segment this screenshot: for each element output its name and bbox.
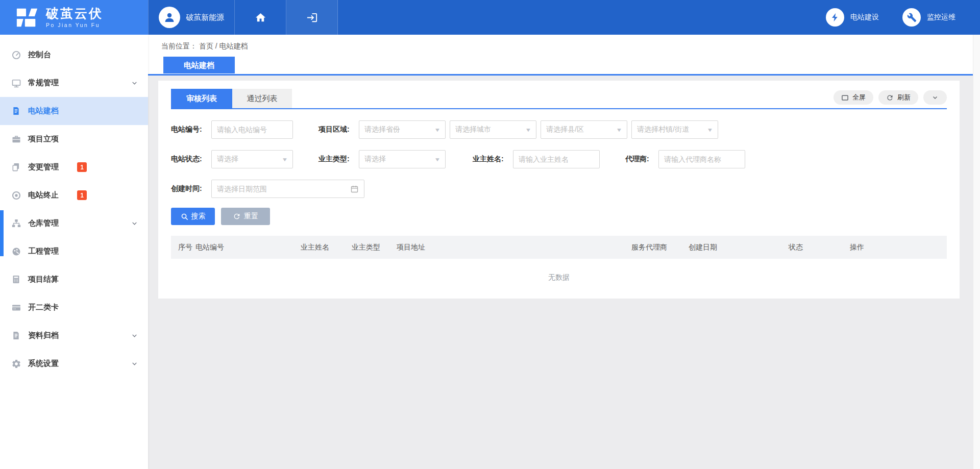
breadcrumb-path: 首页 / 电站建档 (199, 42, 248, 50)
sidebar-item-label: 开二类卡 (28, 303, 59, 312)
search-icon (181, 213, 188, 220)
search-button[interactable]: 搜索 (171, 208, 215, 225)
sidebar-item-station-termination[interactable]: 电站终止 1 (0, 181, 148, 209)
nav-station-build[interactable]: 电站建设 (826, 8, 879, 27)
create-time-label: 创建时间: (171, 184, 205, 193)
company-name: 破茧新能源 (186, 13, 225, 22)
caret-down-icon: ▼ (434, 157, 441, 162)
chevron-down-icon (131, 220, 138, 227)
chevron-down-icon (131, 80, 138, 86)
logout-button[interactable] (286, 0, 338, 35)
sidebar-item-label: 项目立项 (28, 134, 59, 144)
date-range-picker[interactable] (211, 180, 364, 198)
sidebar-item-label: 系统设置 (28, 359, 59, 368)
fullscreen-icon (841, 94, 849, 102)
tab-passed-list[interactable]: 通过列表 (232, 89, 292, 108)
column-header: 业主姓名 (301, 243, 352, 252)
sidebar-item-open-card[interactable]: 开二类卡 (0, 293, 148, 322)
monitor-icon (11, 78, 21, 88)
caret-down-icon: ▼ (616, 127, 623, 133)
sidebar-item-label: 变更管理 (28, 162, 59, 172)
sidebar: 控制台 常规管理 电站建档 项目立项 (0, 35, 148, 469)
date-range-input[interactable] (217, 185, 350, 193)
nav-station-build-label: 电站建设 (850, 13, 879, 22)
page-tab-station-archive[interactable]: 电站建档 (163, 57, 235, 73)
column-header: 序号 (171, 243, 195, 252)
town-select[interactable]: 请选择村镇/街道 ▼ (631, 120, 718, 139)
agent-input[interactable] (658, 150, 745, 168)
column-header: 电站编号 (195, 243, 301, 252)
sidebar-item-project-initiation[interactable]: 项目立项 (0, 125, 148, 153)
sidebar-item-engineering-mgmt[interactable]: 工程管理 (0, 237, 148, 265)
copy-icon (11, 162, 21, 172)
nav-monitor-ops-label: 监控运维 (927, 13, 955, 22)
sidebar-scrollbar-thumb[interactable] (0, 210, 4, 256)
sidebar-item-data-archive[interactable]: 资料归档 (0, 322, 148, 350)
sidebar-item-general-mgmt[interactable]: 常规管理 (0, 69, 148, 97)
sidebar-item-warehouse-mgmt[interactable]: 仓库管理 (0, 209, 148, 237)
status-badge: 1 (77, 162, 87, 172)
reset-icon (233, 212, 241, 220)
logo: 破茧云伏 Po Jian Yun Fu (0, 0, 148, 35)
station-code-label: 电站编号: (171, 125, 205, 134)
status-badge: 1 (77, 190, 87, 200)
home-button[interactable] (235, 0, 286, 35)
caret-down-icon: ▼ (434, 127, 441, 133)
table-header: 序号 电站编号 业主姓名 业主类型 项目地址 服务代理商 创建日期 状态 操作 (171, 236, 947, 259)
sidebar-item-project-settlement[interactable]: 项目结算 (0, 265, 148, 293)
wrench-icon (907, 13, 917, 22)
calculator-icon (11, 275, 21, 285)
filter-form: 电站编号: 项目区域: 请选择省份 ▼ 请选择城市 ▼ 请选择县/区 ▼ 请选择… (171, 120, 947, 225)
sidebar-item-label: 项目结算 (28, 275, 59, 284)
sidebar-item-station-archive[interactable]: 电站建档 (0, 97, 148, 125)
sitemap-icon (11, 218, 21, 229)
station-code-input[interactable] (211, 120, 293, 139)
chevron-down-icon (131, 332, 138, 339)
login-arrow-icon (306, 12, 318, 23)
sidebar-item-change-mgmt[interactable]: 变更管理 1 (0, 153, 148, 181)
document-icon (11, 106, 21, 116)
nav-monitor-ops[interactable]: 监控运维 (902, 8, 955, 27)
sidebar-item-label: 常规管理 (28, 78, 59, 88)
breadcrumb-bar: 当前位置： 首页 / 电站建档 电站建档 (148, 35, 980, 76)
breadcrumb: 当前位置： 首页 / 电站建档 (161, 42, 980, 51)
disc-icon (11, 190, 21, 201)
briefcase-icon (11, 134, 21, 144)
column-header: 项目地址 (397, 243, 631, 252)
sidebar-item-system-settings[interactable]: 系统设置 (0, 350, 148, 378)
refresh-button[interactable]: 刷新 (878, 90, 918, 105)
owner-name-label: 业主姓名: (473, 155, 507, 164)
user-menu[interactable]: 破茧新能源 (148, 0, 235, 35)
station-status-select[interactable]: 请选择 ▼ (211, 150, 293, 168)
card-icon (11, 303, 21, 313)
collapse-button[interactable] (923, 90, 947, 105)
sidebar-item-label: 电站建档 (28, 106, 59, 116)
owner-type-select[interactable]: 请选择 ▼ (359, 150, 446, 168)
owner-type-label: 业主类型: (318, 155, 353, 164)
region-label: 项目区域: (318, 125, 353, 134)
tab-review-list[interactable]: 审核列表 (171, 89, 232, 108)
gauge-icon (11, 50, 21, 60)
column-header: 创建日期 (689, 243, 789, 252)
column-header: 操作 (850, 243, 947, 252)
calendar-icon (350, 185, 359, 193)
lightning-icon (830, 12, 840, 22)
panel-tab-bar: 审核列表 通过列表 全屏 刷新 (171, 81, 947, 109)
logo-title: 破茧云伏 (46, 7, 103, 21)
page-scrollbar[interactable] (973, 35, 980, 469)
city-select[interactable]: 请选择城市 ▼ (450, 120, 536, 139)
sidebar-item-label: 控制台 (28, 50, 51, 60)
agent-label: 代理商: (625, 155, 652, 164)
home-icon (255, 12, 266, 23)
reset-button[interactable]: 重置 (221, 208, 270, 225)
sidebar-item-console[interactable]: 控制台 (0, 41, 148, 69)
chevron-down-icon (932, 94, 939, 101)
sidebar-item-label: 电站终止 (28, 190, 59, 200)
province-select[interactable]: 请选择省份 ▼ (359, 120, 446, 139)
fullscreen-button[interactable]: 全屏 (834, 90, 873, 105)
empty-state: 无数据 (171, 259, 947, 282)
county-select[interactable]: 请选择县/区 ▼ (541, 120, 627, 139)
owner-name-input[interactable] (513, 150, 600, 168)
logo-subtitle: Po Jian Yun Fu (46, 22, 103, 28)
sidebar-item-label: 资料归档 (28, 331, 59, 340)
